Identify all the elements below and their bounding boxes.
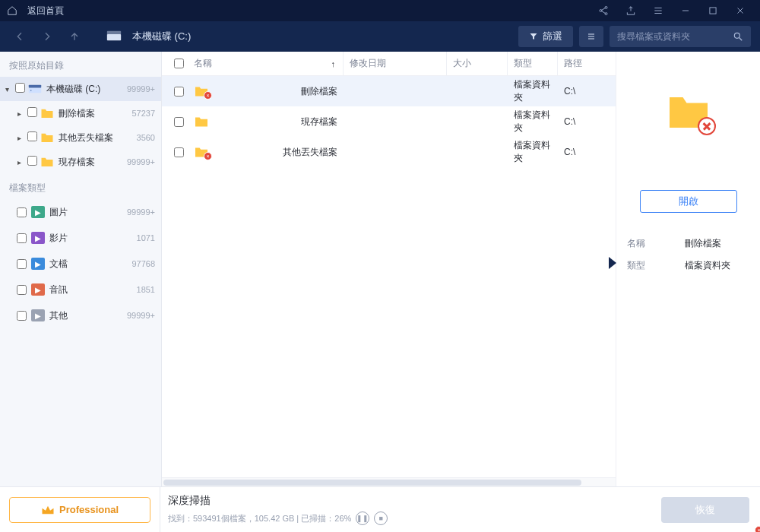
chevron-icon[interactable]: ▸ — [14, 109, 24, 118]
folder-icon: × — [194, 85, 209, 97]
table-row[interactable]: ×刪除檔案檔案資料夾C:\ — [162, 76, 616, 106]
minimize-icon[interactable] — [672, 0, 699, 21]
toolbar: 本機磁碟 (C:) 篩選 — [0, 21, 760, 52]
folder-icon — [194, 116, 209, 128]
column-type[interactable]: 類型 — [508, 52, 558, 76]
tree-checkbox[interactable] — [27, 156, 37, 166]
tree-label: 本機磁碟 (C:) — [46, 83, 124, 96]
horizontal-scrollbar[interactable] — [162, 477, 616, 486]
preview-folder-icon — [666, 93, 711, 132]
category-icon: ▶ — [31, 258, 45, 270]
category-icon: ▶ — [31, 309, 45, 321]
table-row[interactable]: 現存檔案檔案資料夾C:\ — [162, 106, 616, 137]
svg-point-9 — [30, 90, 32, 91]
scan-status: 深度掃描 找到：593491個檔案，105.42 GB | 已掃描：26% ❚❚… — [160, 487, 651, 532]
open-button[interactable]: 開啟 — [640, 190, 737, 213]
share-icon[interactable] — [590, 0, 617, 21]
tree-item[interactable]: ▸現存檔案99999+ — [0, 150, 161, 174]
error-badge-icon: × — [204, 91, 212, 100]
column-name[interactable]: 名稱↑ — [188, 52, 344, 76]
category-item[interactable]: ▶圖片99999+ — [0, 199, 161, 225]
crown-icon — [41, 505, 55, 515]
category-checkbox[interactable] — [17, 285, 27, 295]
category-icon: ▶ — [31, 283, 45, 296]
tree-checkbox[interactable] — [27, 107, 37, 117]
breadcrumb-drive[interactable]: 本機磁碟 (C:) — [132, 30, 191, 43]
tree-checkbox[interactable] — [27, 131, 37, 141]
close-icon[interactable] — [727, 0, 754, 21]
svg-rect-8 — [29, 85, 42, 88]
table-row[interactable]: ×其他丟失檔案檔案資料夾C:\ — [162, 137, 616, 167]
nav-back-icon[interactable] — [9, 26, 30, 47]
category-item[interactable]: ▶其他99999+ — [0, 302, 161, 328]
category-label: 音訊 — [49, 283, 137, 296]
row-date — [344, 137, 447, 167]
column-path[interactable]: 路徑 — [558, 52, 616, 76]
category-checkbox[interactable] — [17, 259, 27, 269]
category-count: 97768 — [131, 259, 155, 268]
titlebar: 返回首頁 — [0, 0, 760, 21]
folder-icon: × — [40, 107, 54, 119]
filter-button[interactable]: 篩選 — [518, 26, 573, 47]
column-size[interactable]: 大小 — [447, 52, 508, 76]
sidebar: 按照原始目錄 ▾本機磁碟 (C:)99999+▸×刪除檔案57237▸×其他丟失… — [0, 52, 162, 486]
pause-scan-icon[interactable]: ❚❚ — [356, 511, 369, 525]
back-home-link[interactable]: 返回首頁 — [27, 5, 64, 17]
row-checkbox[interactable] — [174, 147, 184, 157]
category-label: 文檔 — [49, 258, 131, 271]
sidebar-header-type: 檔案類型 — [0, 174, 161, 199]
tree-item[interactable]: ▸×刪除檔案57237 — [0, 101, 161, 125]
row-path: C:\ — [558, 76, 616, 106]
row-size — [447, 76, 508, 106]
select-all-checkbox[interactable] — [174, 59, 184, 68]
search-icon[interactable] — [733, 31, 743, 42]
error-badge-icon: × — [204, 152, 212, 160]
category-label: 圖片 — [49, 206, 127, 219]
chevron-icon[interactable]: ▾ — [2, 85, 12, 93]
maximize-icon[interactable] — [699, 0, 727, 21]
category-item[interactable]: ▶影片1071 — [0, 225, 161, 251]
category-item[interactable]: ▶音訊1851 — [0, 277, 161, 302]
tree-label: 刪除檔案 — [59, 107, 128, 120]
tree-label: 其他丟失檔案 — [59, 131, 134, 144]
svg-point-1 — [600, 10, 602, 12]
row-checkbox[interactable] — [174, 87, 184, 97]
preview-type-label: 類型 — [627, 259, 685, 272]
recover-button[interactable]: 恢復 — [661, 497, 749, 523]
drive-icon — [106, 30, 122, 43]
tree-item[interactable]: ▾本機磁碟 (C:)99999+ — [0, 77, 161, 101]
row-path: C:\ — [558, 137, 616, 167]
preview-panel: 開啟 名稱刪除檔案 類型檔案資料夾 — [616, 52, 760, 486]
category-checkbox[interactable] — [17, 311, 27, 321]
scan-title: 深度掃描 — [168, 494, 643, 508]
category-checkbox[interactable] — [17, 233, 27, 243]
professional-button[interactable]: Professional — [9, 497, 150, 523]
tree-label: 現存檔案 — [59, 156, 124, 169]
nav-forward-icon[interactable] — [36, 26, 58, 47]
stop-scan-icon[interactable]: ■ — [374, 511, 388, 525]
folder-icon: × — [194, 146, 209, 158]
tree-checkbox[interactable] — [15, 83, 25, 93]
home-icon[interactable] — [6, 5, 18, 16]
row-date — [344, 106, 447, 137]
file-list-panel: 名稱↑ 修改日期 大小 類型 路徑 ×刪除檔案檔案資料夾C:\現存檔案檔案資料夾… — [162, 52, 616, 486]
row-type: 檔案資料夾 — [508, 76, 558, 106]
category-checkbox[interactable] — [17, 207, 27, 217]
view-list-button[interactable] — [579, 26, 603, 47]
category-item[interactable]: ▶文檔97768 — [0, 251, 161, 277]
row-checkbox[interactable] — [174, 117, 184, 127]
tree-count: 3560 — [137, 133, 155, 142]
search-box[interactable] — [610, 26, 751, 47]
search-input[interactable] — [617, 31, 733, 42]
collapse-preview-icon[interactable] — [609, 257, 616, 269]
chevron-icon[interactable]: ▸ — [14, 134, 24, 142]
tree-item[interactable]: ▸×其他丟失檔案3560 — [0, 125, 161, 150]
nav-up-icon[interactable] — [64, 26, 85, 47]
preview-name-value: 刪除檔案 — [685, 237, 721, 250]
category-count: 99999+ — [127, 207, 155, 217]
filter-icon — [529, 32, 538, 41]
chevron-icon[interactable]: ▸ — [14, 158, 24, 166]
export-icon[interactable] — [617, 0, 644, 21]
hamburger-icon[interactable] — [644, 0, 672, 21]
column-date[interactable]: 修改日期 — [344, 52, 447, 76]
